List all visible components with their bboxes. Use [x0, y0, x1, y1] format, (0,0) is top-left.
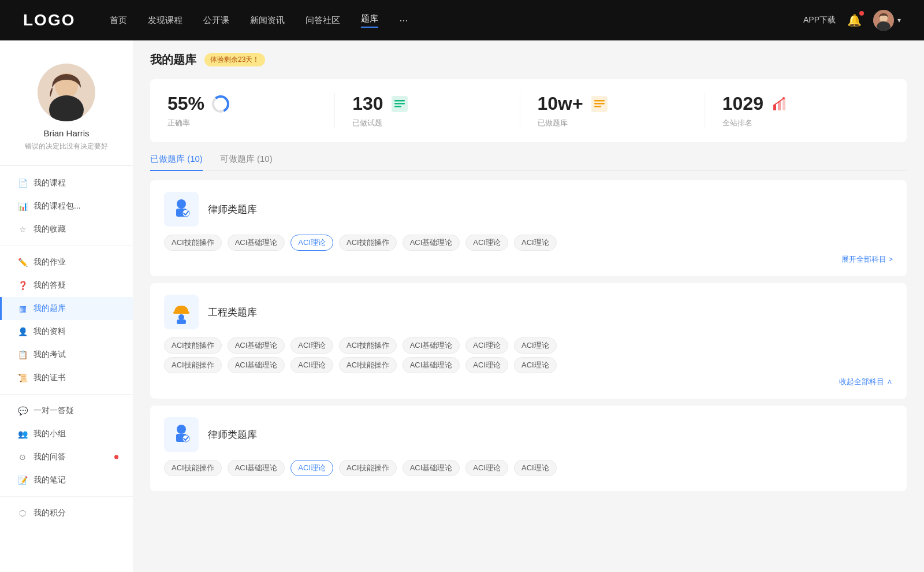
stat-label-questions: 已做试题: [352, 118, 382, 128]
svg-rect-24: [173, 311, 189, 314]
sidebar-label-my-qbank: 我的题库: [33, 303, 66, 314]
tag-item[interactable]: ACI技能操作: [339, 235, 397, 251]
tag-item[interactable]: ACI基础理论: [403, 460, 460, 476]
tag-item[interactable]: ACI理论: [514, 460, 557, 476]
sidebar-item-my-cert[interactable]: 📜 我的证书: [0, 366, 133, 389]
nav-qbank[interactable]: 题库: [361, 13, 378, 28]
answer-badge: [114, 455, 118, 459]
points-icon: ⬡: [17, 508, 28, 518]
tag-item-active[interactable]: ACI理论: [290, 235, 333, 251]
sidebar-item-one-on-one[interactable]: 💬 一对一答疑: [0, 399, 133, 422]
sidebar-label-my-favorites: 我的收藏: [33, 224, 66, 235]
tag-item[interactable]: ACI基础理论: [228, 337, 285, 354]
nav-open-course[interactable]: 公开课: [203, 15, 229, 26]
sidebar-item-my-homework[interactable]: ✏️ 我的作业: [0, 251, 133, 274]
svg-rect-19: [783, 98, 785, 110]
user-avatar-menu[interactable]: ▾: [873, 10, 901, 31]
sidebar-item-my-exam[interactable]: 📋 我的考试: [0, 343, 133, 366]
sidebar-item-my-course-pkg[interactable]: 📊 我的课程包...: [0, 195, 133, 218]
tag-item[interactable]: ACI技能操作: [339, 357, 397, 373]
sidebar-item-my-qbank[interactable]: ▦ 我的题库: [0, 297, 133, 320]
tag-item[interactable]: ACI基础理论: [403, 235, 460, 251]
tab-available[interactable]: 可做题库 (10): [220, 154, 273, 170]
star-icon: ☆: [17, 224, 28, 235]
sidebar-label-my-course: 我的课程: [33, 178, 66, 188]
stat-value-questions: 130: [352, 93, 383, 114]
stat-label-rank: 全站排名: [722, 118, 752, 128]
tag-item[interactable]: ACI基础理论: [228, 460, 285, 476]
tag-item[interactable]: ACI理论: [290, 337, 333, 354]
notification-badge: [859, 11, 864, 16]
pie-chart-icon: [211, 95, 230, 113]
sidebar-item-my-data[interactable]: 👤 我的资料: [0, 320, 133, 343]
tag-item[interactable]: ACI基础理论: [228, 357, 285, 373]
svg-rect-14: [594, 100, 605, 102]
tag-item[interactable]: ACI理论: [465, 337, 508, 354]
main-content: 我的题库 体验剩余23天！ 55% 正确率: [133, 40, 924, 572]
nav-discover[interactable]: 发现课程: [148, 15, 182, 26]
tag-item[interactable]: ACI技能操作: [164, 337, 222, 354]
tag-item[interactable]: ACI理论: [290, 357, 333, 373]
nav-home[interactable]: 首页: [110, 15, 127, 26]
tag-item[interactable]: ACI技能操作: [339, 337, 397, 354]
notification-bell[interactable]: 🔔: [847, 13, 862, 27]
tag-item[interactable]: ACI理论: [514, 357, 557, 373]
tag-item[interactable]: ACI理论: [514, 235, 557, 251]
tab-done[interactable]: 已做题库 (10): [150, 154, 203, 170]
bank-card-engineer: 工程类题库 ACI技能操作 ACI基础理论 ACI理论 ACI技能操作 ACI基…: [150, 283, 907, 399]
menu-divider-2: [0, 394, 133, 395]
app-download-link[interactable]: APP下载: [803, 15, 836, 25]
nav-news[interactable]: 新闻资讯: [250, 15, 285, 26]
stat-label-banks: 已做题库: [538, 118, 568, 128]
sidebar-item-my-qa[interactable]: ❓ 我的答疑: [0, 274, 133, 297]
sidebar-label-my-exam: 我的考试: [33, 350, 66, 360]
stat-value-rank: 1029: [722, 93, 763, 114]
avatar-caret: ▾: [897, 16, 901, 24]
bank-card-header-lawyer1: 律师类题库: [164, 192, 893, 226]
sidebar-label-my-answers: 我的问答: [33, 452, 66, 462]
tag-item[interactable]: ACI技能操作: [164, 460, 222, 476]
profile-section: Brian Harris 错误的决定比没有决定要好: [0, 52, 133, 166]
tag-item[interactable]: ACI基础理论: [403, 357, 460, 373]
edit-icon: ✏️: [17, 257, 28, 268]
expand-button-lawyer1[interactable]: 展开全部科目 >: [164, 254, 893, 265]
sidebar-item-my-notes[interactable]: 📝 我的笔记: [0, 469, 133, 492]
tag-item[interactable]: ACI技能操作: [164, 357, 222, 373]
tag-item[interactable]: ACI理论: [465, 357, 508, 373]
sidebar-item-my-course[interactable]: 📄 我的课程: [0, 172, 133, 195]
sidebar-item-my-points[interactable]: ⬡ 我的积分: [0, 502, 133, 525]
tag-item[interactable]: ACI技能操作: [164, 235, 222, 251]
sidebar-label-my-homework: 我的作业: [33, 257, 66, 268]
tag-item[interactable]: ACI理论: [465, 460, 508, 476]
engineer-icon: [164, 295, 199, 329]
lawyer-icon-2: [164, 417, 199, 452]
sidebar-item-my-favorites[interactable]: ☆ 我的收藏: [0, 218, 133, 241]
tags-row-engineer-1: ACI技能操作 ACI基础理论 ACI理论 ACI技能操作 ACI基础理论 AC…: [164, 337, 893, 354]
stat-value-correct: 55%: [167, 93, 204, 114]
sidebar-label-my-notes: 我的笔记: [33, 475, 66, 485]
stat-top-correct: 55%: [167, 93, 230, 114]
tag-item[interactable]: ACI基础理论: [228, 235, 285, 251]
nav-qa[interactable]: 问答社区: [305, 15, 340, 26]
grid-icon: ▦: [17, 303, 28, 314]
tag-item[interactable]: ACI理论: [514, 337, 557, 354]
stat-top-questions: 130: [352, 93, 408, 114]
stat-site-rank: 1029 全站排名: [705, 93, 889, 128]
collapse-button-engineer[interactable]: 收起全部科目 ∧: [164, 377, 893, 387]
chart-red-icon: [770, 95, 789, 113]
sidebar-item-my-answers[interactable]: ⊙ 我的问答: [0, 445, 133, 469]
profile-motto: 错误的决定比没有决定要好: [25, 142, 108, 151]
tags-row-engineer-2: ACI技能操作 ACI基础理论 ACI理论 ACI技能操作 ACI基础理论 AC…: [164, 357, 893, 373]
nav-more[interactable]: ···: [399, 14, 408, 27]
svg-rect-10: [394, 100, 405, 102]
sidebar-label-my-points: 我的积分: [33, 508, 66, 518]
tag-item[interactable]: ACI理论: [465, 235, 508, 251]
lawyer-icon-1: [164, 192, 199, 226]
tag-item[interactable]: ACI技能操作: [339, 460, 397, 476]
tag-item[interactable]: ACI基础理论: [403, 337, 460, 354]
menu-divider-3: [0, 496, 133, 497]
stat-top-banks: 10w+: [538, 93, 609, 114]
tag-item-active[interactable]: ACI理论: [290, 460, 333, 476]
sidebar-item-my-group[interactable]: 👥 我的小组: [0, 422, 133, 445]
profile-avatar: [38, 64, 95, 121]
